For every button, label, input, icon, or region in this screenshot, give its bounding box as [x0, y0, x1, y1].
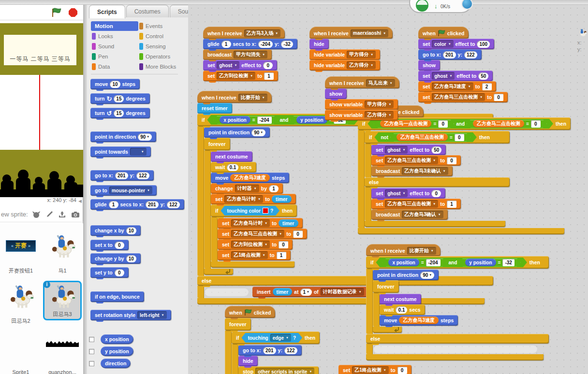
number-dropdown-input[interactable]: 1▼: [300, 288, 312, 296]
boolean-block[interactable]: 乙方叁马三点击检测=0: [390, 133, 470, 142]
script-stack[interactable]: change x by10: [90, 225, 141, 236]
script-stack[interactable]: set y to0: [90, 267, 129, 278]
script-stack[interactable]: when this sprite clickedif乙方叁马一点击检测=0and…: [358, 105, 571, 234]
c-block[interactable]: ifnot乙方叁马三点击检测=0thensetghost▼effect to50…: [365, 131, 510, 227]
number-input[interactable]: 0: [263, 62, 273, 69]
hat-block[interactable]: when I receive比赛开始▼: [197, 91, 272, 103]
text-input[interactable]: 0: [279, 241, 288, 248]
dropdown[interactable]: 甲方得分▼: [347, 51, 376, 58]
c-block-head[interactable]: iftouchingedge▼?then: [232, 331, 320, 344]
stack-block[interactable]: point in direction90▼: [90, 131, 156, 142]
stack-block[interactable]: setghost▼effect to0: [371, 188, 445, 199]
text-input[interactable]: -204: [426, 259, 441, 266]
stack-block[interactable]: turn↻15degrees: [90, 93, 150, 104]
c-block-head[interactable]: forever: [225, 318, 251, 331]
boolean-block[interactable]: x position=-204andy position=-32: [376, 258, 527, 267]
new-sprite-library-icon[interactable]: [31, 210, 41, 219]
dropdown[interactable]: 乙1终点检测▼: [231, 251, 268, 259]
dropdown[interactable]: edge▼: [270, 334, 291, 342]
number-dropdown-input[interactable]: 90▼: [420, 272, 434, 279]
stack-block[interactable]: go to x:201y:122: [90, 170, 154, 181]
stack-block[interactable]: set乙方叁马三点击检测▼to1: [371, 199, 461, 209]
reporter-block[interactable]: 乙方叁马三点击检测: [397, 133, 448, 141]
text-input[interactable]: 1: [264, 72, 274, 80]
c-block-stack[interactable]: point in direction90▼forevernext costume…: [373, 269, 458, 334]
hat-block[interactable]: whenclicked: [418, 27, 469, 39]
boolean-block[interactable]: x position=-204: [382, 259, 446, 267]
stack-block[interactable]: change计时器▼by1: [211, 183, 283, 194]
stack-block[interactable]: go to x:201y:122: [418, 49, 482, 60]
boolean-block[interactable]: touchingedge▼?: [241, 333, 302, 343]
c-block[interactable]: ifx position=-204andy position=-32thenpo…: [366, 256, 549, 360]
script-stack[interactable]: point towards▼: [90, 146, 151, 157]
number-input[interactable]: 122: [284, 347, 297, 354]
c-block-stack[interactable]: go to x:201y:122hidestopother scripts in…: [238, 344, 319, 374]
stack-block[interactable]: point in direction90▼: [204, 127, 270, 138]
c-block-stack[interactable]: next costumewait0.1secsmove乙方叁马3速度steps: [380, 293, 458, 327]
text-input[interactable]: 0: [293, 230, 303, 238]
hat-block[interactable]: when I receive乙方马3入场▼: [203, 27, 285, 39]
stack-block[interactable]: if on edge, bounce: [90, 291, 144, 302]
stack-block[interactable]: setghost▼effect to0: [203, 60, 277, 71]
stack-block[interactable]: next costume: [380, 294, 421, 304]
c-block-stack[interactable]: setghost▼effect to50set乙方叁马三点击检测▼to0broa…: [371, 144, 461, 177]
c-block-head[interactable]: forever: [204, 138, 230, 150]
script-stack[interactable]: when I receive马儿出来▼showshow variable甲方得分…: [325, 76, 399, 120]
boolean-block[interactable]: touching color?: [220, 206, 279, 216]
dropdown[interactable]: mouse-pointer▼: [109, 187, 152, 194]
dropdown[interactable]: ghost▼: [217, 61, 239, 69]
stack-block[interactable]: set乙方到位检测▼to1: [203, 71, 278, 81]
dropdown[interactable]: 乙1终点检测▼: [352, 366, 389, 374]
stack-block[interactable]: show: [325, 88, 347, 99]
dropdown[interactable]: 乙方叁马三点击检测▼: [385, 157, 438, 164]
stack-block[interactable]: go to x:201y:122: [238, 345, 302, 356]
dropdown[interactable]: 马儿出来▼: [366, 79, 395, 87]
reporter-block[interactable]: timer: [273, 288, 292, 296]
number-input[interactable]: 100: [477, 41, 490, 48]
dropdown[interactable]: 乙方叁马三点击检测▼: [432, 93, 485, 101]
script-stack[interactable]: point in direction90▼: [90, 131, 156, 142]
number-input[interactable]: 1: [269, 185, 279, 192]
stack-block[interactable]: set乙方叁马三点击检测▼to0: [218, 229, 307, 239]
stack-block[interactable]: move乙方叁马3速度steps: [211, 173, 289, 183]
dropdown[interactable]: 乙方到位检测▼: [217, 72, 255, 80]
reporter-block[interactable]: y position: [101, 346, 133, 356]
number-input[interactable]: 50: [478, 72, 488, 80]
stack-block[interactable]: point towards▼: [90, 146, 151, 157]
script-stack[interactable]: direction: [89, 359, 131, 368]
c-block-stack[interactable]: setghost▼effect to0set乙方叁马三点击检测▼to1broad…: [371, 187, 461, 221]
dropdown[interactable]: other scripts in sprite▼: [255, 368, 314, 374]
reporter-block[interactable]: timer: [272, 195, 291, 203]
script-stack[interactable]: go tomouse-pointer▼: [90, 185, 157, 196]
dropdown[interactable]: 计时器▼: [235, 185, 259, 192]
number-input[interactable]: 0.1: [227, 164, 238, 171]
dropdown[interactable]: 乙方得分▼: [347, 61, 376, 69]
stack-block[interactable]: broadcast乙方叁马3未确认▼: [371, 166, 453, 176]
c-block-stack[interactable]: iftouchingedge▼?thengo to x:201y:122hide…: [232, 331, 320, 374]
dropdown[interactable]: 计时器数据记录▼: [321, 288, 364, 296]
text-input[interactable]: 0: [455, 134, 464, 141]
boolean-block[interactable]: not乙方叁马三点击检测=0: [374, 132, 476, 142]
dropdown[interactable]: left-right▼: [137, 311, 167, 319]
stack-block[interactable]: go tomouse-pointer▼: [90, 185, 157, 196]
hat-block[interactable]: whenclicked: [225, 306, 275, 318]
c-block-head[interactable]: ifx position=-204andy position=-32then: [366, 256, 549, 269]
stack-block[interactable]: show: [418, 60, 440, 71]
sprite-item-guanzhon[interactable]: guanzhon...: [43, 326, 82, 374]
dropdown[interactable]: 比赛开始▼: [238, 94, 267, 101]
number-input[interactable]: 10: [110, 81, 120, 88]
stack-block[interactable]: setghost▼effect to50: [418, 71, 493, 81]
boolean-block[interactable]: 乙方叁马一点击检测=0and乙方叁马二点击检测=0: [368, 119, 553, 129]
dropdown[interactable]: ghost▼: [385, 189, 408, 197]
c-block-stack[interactable]: set乙方叁马计时▼totimerset乙方叁马三点击检测▼to0set乙方到位…: [218, 217, 307, 261]
script-stack[interactable]: when I receivemaerxiaoshi▼hidehide varia…: [309, 27, 393, 71]
number-input[interactable]: 0: [431, 190, 441, 197]
stack-block[interactable]: set乙方叁马计时▼totimer: [211, 194, 296, 204]
sprite-item-2[interactable]: 田忌马2: [1, 275, 40, 326]
reporter-block[interactable]: y position: [465, 259, 496, 266]
c-block[interactable]: if乙方叁马一点击检测=0and乙方叁马二点击检测=0thenifnot乙方叁马…: [358, 117, 571, 234]
number-input[interactable]: 201: [443, 51, 456, 58]
stack-block[interactable]: setghost▼effect to50: [371, 144, 446, 155]
text-input[interactable]: 2: [482, 83, 492, 90]
number-input[interactable]: 0: [115, 242, 124, 249]
